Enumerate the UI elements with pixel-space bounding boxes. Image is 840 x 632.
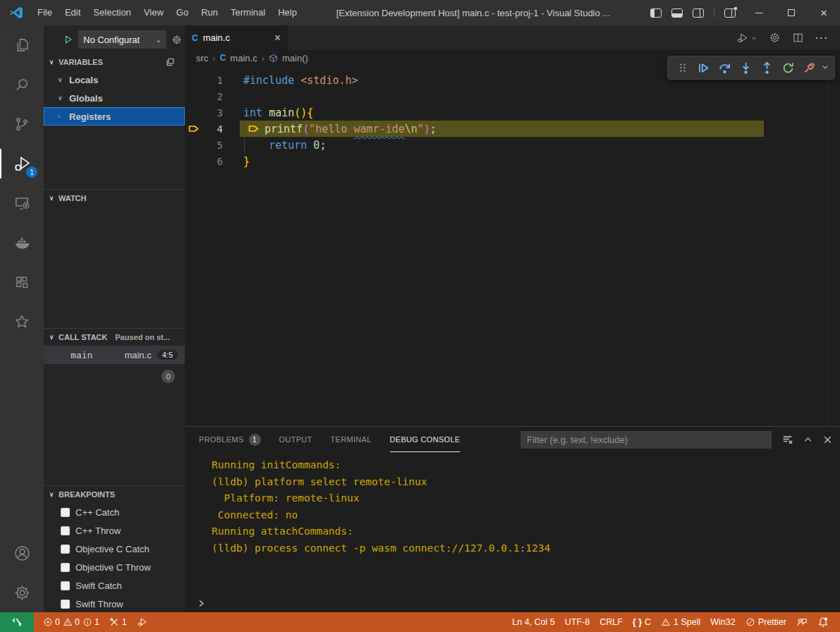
start-debug-icon[interactable] — [63, 35, 73, 44]
bug-play-icon — [137, 616, 148, 628]
tab-close-icon[interactable]: × — [274, 32, 281, 44]
more-actions-icon[interactable]: ··· — [815, 32, 829, 43]
account-button[interactable] — [0, 533, 44, 573]
sidebar-item-run-debug[interactable]: 1 — [0, 144, 44, 183]
step-over-button[interactable] — [715, 59, 734, 78]
menu-item-go[interactable]: Go — [170, 0, 195, 25]
sidebar-item-favorites[interactable] — [0, 302, 44, 341]
menu-item-view[interactable]: View — [138, 0, 170, 25]
panel-tab-debug-console[interactable]: DEBUG CONSOLE — [390, 427, 461, 452]
stack-frame-row[interactable]: main main.c 4:5 — [44, 346, 185, 364]
menu-item-run[interactable]: Run — [195, 0, 224, 25]
menu-item-selection[interactable]: Selection — [87, 0, 137, 25]
breadcrumb-file[interactable]: main.c — [230, 53, 257, 63]
breakpoints-header[interactable]: ∨ BREAKPOINTS — [44, 486, 185, 503]
copy-icon[interactable] — [165, 57, 175, 67]
disconnect-button[interactable] — [800, 59, 819, 78]
panel-tab-problems[interactable]: PROBLEMS1 — [199, 427, 261, 452]
debug-config-dropdown[interactable]: No Configurat ⌄ — [78, 30, 166, 49]
editor-gear-icon[interactable] — [769, 32, 781, 44]
variables-scope-registers[interactable]: ›Registers — [44, 107, 185, 126]
toolbar-drag-handle[interactable] — [673, 59, 692, 78]
breakpoint-row[interactable]: Objective C Throw — [44, 558, 185, 576]
menu-item-edit[interactable]: Edit — [59, 0, 87, 25]
sidebar-item-explorer[interactable] — [0, 25, 44, 65]
sidebar-item-search[interactable] — [0, 65, 44, 104]
restart-button[interactable] — [779, 59, 798, 78]
tab-main-c[interactable]: C main.c × — [185, 25, 288, 50]
problems-status[interactable]: 0 0 1 — [38, 612, 104, 632]
breakpoint-checkbox[interactable] — [61, 581, 70, 590]
line-number: 4 — [205, 123, 223, 135]
variables-scope-globals[interactable]: ∨Globals — [44, 89, 185, 107]
minimize-icon — [755, 13, 763, 13]
feedback-button[interactable] — [791, 616, 812, 628]
panel-tab-terminal[interactable]: TERMINAL — [331, 427, 372, 452]
debug-console-repl[interactable] — [185, 594, 840, 612]
close-panel-icon[interactable] — [822, 435, 833, 445]
menu-item-terminal[interactable]: Terminal — [224, 0, 272, 25]
breakpoint-checkbox[interactable] — [61, 563, 70, 572]
language-mode[interactable]: { } C — [628, 617, 656, 627]
toggle-sidebar-icon[interactable] — [650, 8, 662, 18]
spell-checker-status[interactable]: 1 Spell — [656, 617, 705, 627]
formatter-status[interactable]: Prettier — [741, 617, 791, 627]
breakpoint-row[interactable]: Swift Throw — [44, 595, 185, 612]
breadcrumb-folder[interactable]: src — [196, 53, 208, 63]
tools-status[interactable]: 1 — [104, 612, 132, 632]
debug-session-chevron-icon[interactable] — [821, 63, 829, 73]
step-into-button[interactable] — [736, 59, 755, 78]
split-editor-icon[interactable] — [792, 32, 804, 44]
watch-header[interactable]: ∨ WATCH — [44, 190, 185, 207]
maximize-panel-icon[interactable] — [803, 435, 813, 445]
minimize-button[interactable] — [743, 0, 775, 25]
call-stack-header[interactable]: ∨ CALL STACK Paused on st... — [44, 329, 185, 346]
sidebar-item-remote-explorer[interactable] — [0, 183, 44, 223]
maximize-button[interactable] — [775, 0, 808, 25]
debug-settings-gear-icon[interactable] — [171, 35, 182, 45]
breakpoint-checkbox[interactable] — [61, 508, 70, 517]
debug-current-line-arrow-icon[interactable] — [185, 123, 205, 134]
sidebar-item-docker[interactable] — [0, 223, 44, 262]
notifications-button[interactable] — [812, 616, 836, 628]
debug-status[interactable] — [132, 612, 153, 632]
breakpoint-row[interactable]: Objective C Catch — [44, 540, 185, 558]
breakpoint-row[interactable]: C++ Throw — [44, 521, 185, 540]
run-or-debug-button[interactable] — [736, 32, 757, 44]
encoding-indicator[interactable]: UTF-8 — [560, 617, 595, 627]
breakpoint-row[interactable]: C++ Catch — [44, 503, 185, 521]
sidebar-item-source-control[interactable] — [0, 104, 44, 144]
breakpoint-row[interactable]: Swift Catch — [44, 576, 185, 595]
panel-tab-output[interactable]: OUTPUT — [279, 427, 312, 452]
menu-item-file[interactable]: File — [31, 0, 59, 25]
toggle-secondary-sidebar-icon[interactable] — [693, 8, 704, 18]
clear-console-icon[interactable] — [781, 434, 793, 446]
continue-button[interactable] — [694, 59, 713, 78]
code-line: 2 — [185, 88, 840, 104]
close-button[interactable]: × — [808, 0, 840, 25]
customize-layout-icon[interactable] — [724, 8, 736, 18]
settings-button[interactable] — [0, 573, 44, 612]
code-editor[interactable]: 1#include <stdio.h>23int main(){4printf(… — [185, 66, 840, 426]
toggle-panel-icon[interactable] — [671, 8, 683, 18]
variables-header[interactable]: ∨ VARIABLES — [44, 54, 185, 71]
breakpoint-checkbox[interactable] — [61, 545, 70, 554]
step-out-button[interactable] — [757, 59, 777, 78]
titlebar-separator — [714, 8, 714, 18]
remote-indicator[interactable] — [0, 612, 34, 632]
chevron-icon: › — [58, 113, 66, 120]
breakpoint-checkbox[interactable] — [61, 526, 70, 535]
platform-indicator[interactable]: Win32 — [705, 617, 740, 627]
variables-scope-locals[interactable]: ∨Locals — [44, 71, 185, 89]
maximize-icon — [788, 9, 795, 16]
eol-indicator[interactable]: CRLF — [595, 617, 628, 627]
breakpoint-checkbox[interactable] — [61, 600, 70, 609]
cursor-position[interactable]: Ln 4, Col 5 — [507, 617, 559, 627]
breadcrumb-symbol[interactable]: main() — [282, 53, 308, 63]
warning-icon — [63, 617, 73, 627]
code-line: 5 return 0; — [185, 137, 840, 153]
console-filter-input[interactable] — [521, 431, 772, 449]
warning-icon — [661, 617, 671, 627]
sidebar-item-extensions[interactable] — [0, 262, 44, 302]
menu-item-help[interactable]: Help — [272, 0, 303, 25]
